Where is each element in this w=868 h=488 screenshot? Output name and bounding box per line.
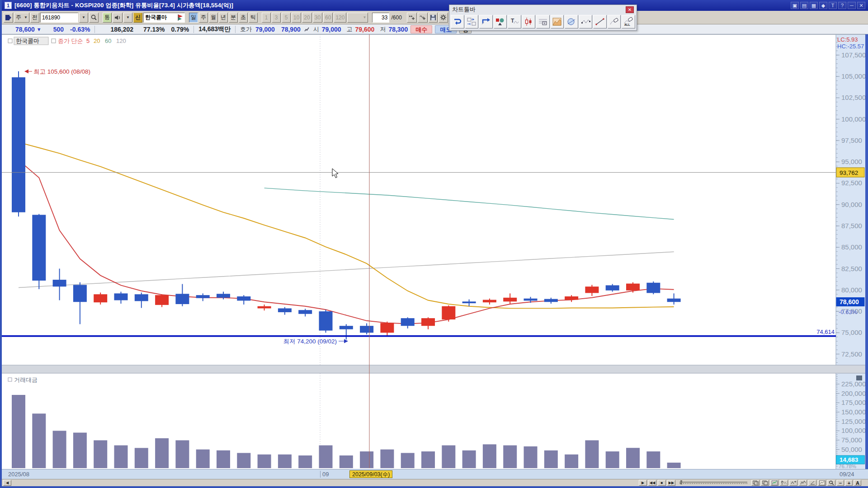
wave-tool-icon[interactable]	[799, 480, 807, 486]
speed-slider[interactable]	[679, 480, 747, 486]
eraser-icon[interactable]	[608, 15, 621, 28]
text-icon[interactable]: T	[829, 2, 837, 9]
minimize-button[interactable]: ─	[848, 2, 856, 9]
candle-body[interactable]	[360, 326, 373, 333]
period-30-button[interactable]: 30	[313, 13, 322, 23]
help-icon[interactable]: ?	[838, 2, 846, 9]
volume-bar[interactable]	[196, 450, 210, 468]
close-button[interactable]: ✕	[857, 2, 865, 9]
candle-body[interactable]	[258, 306, 271, 309]
timeframe-second-button[interactable]: 초	[239, 13, 248, 23]
volume-bar[interactable]	[565, 455, 578, 468]
period-1-button[interactable]: 1	[262, 13, 271, 23]
period-10-button[interactable]: 10	[292, 13, 301, 23]
candle-body[interactable]	[73, 285, 87, 302]
code-input[interactable]	[42, 14, 76, 21]
chart-area[interactable]: 72,50075,00077,50080,00082,50085,00087,5…	[2, 34, 868, 469]
candle-body[interactable]	[155, 295, 169, 305]
angle-tool-icon[interactable]	[808, 480, 816, 486]
volume-bar[interactable]	[544, 450, 558, 468]
eraser-all-icon[interactable]: ALL	[622, 15, 635, 28]
gear-icon[interactable]	[439, 13, 448, 23]
period-3-button[interactable]: 3	[272, 13, 281, 23]
volume-bar[interactable]	[155, 438, 169, 468]
play-button[interactable]: ▶	[639, 480, 647, 486]
volume-bar[interactable]	[258, 455, 271, 468]
volume-bar[interactable]	[53, 431, 66, 468]
volume-bar[interactable]	[626, 448, 640, 468]
volume-bar[interactable]	[380, 450, 394, 468]
candle-body[interactable]	[606, 285, 619, 290]
candle-body[interactable]	[646, 283, 660, 293]
price-volume-chart[interactable]: 72,50075,00077,50080,00082,50085,00087,5…	[2, 34, 868, 469]
candle-body[interactable]	[12, 77, 25, 212]
timeframe-minute-button[interactable]: 분	[229, 13, 238, 23]
candle-body[interactable]	[114, 293, 128, 300]
list-icon[interactable]: ▤	[800, 2, 808, 9]
custom-period-combo[interactable]: ▼	[347, 13, 368, 23]
volume-bar[interactable]	[606, 451, 619, 468]
volume-bar[interactable]	[319, 446, 333, 468]
auto-scale-button[interactable]: A	[854, 480, 861, 486]
timeframe-tick-button[interactable]: 틱	[249, 13, 258, 23]
candle-body[interactable]	[380, 323, 394, 333]
box-chart-icon[interactable]	[536, 15, 550, 28]
trendline-icon[interactable]	[579, 15, 593, 28]
forward-button[interactable]: ▶▶	[667, 480, 675, 486]
scroll-left-button[interactable]: ◀	[3, 480, 11, 486]
candle-tool-icon[interactable]	[522, 15, 536, 28]
chart-toolbar-titlebar[interactable]: 차트툴바 ✕	[449, 5, 637, 14]
volume-bar[interactable]	[360, 451, 373, 468]
volume-bar[interactable]	[503, 446, 517, 468]
volume-pane-icon[interactable]	[856, 375, 862, 380]
chart-toggle-icon[interactable]	[4, 13, 13, 23]
volume-bar[interactable]	[217, 450, 230, 468]
circle-chart-icon[interactable]	[565, 15, 578, 28]
indicator-add-icon[interactable]	[418, 13, 428, 23]
panel-icon[interactable]: ▣	[791, 2, 799, 9]
corner-arrow-icon[interactable]	[479, 15, 493, 28]
candle-body[interactable]	[401, 318, 415, 326]
candle-body[interactable]	[503, 298, 517, 302]
candle-body[interactable]	[340, 326, 353, 329]
timeframe-year-button[interactable]: 년	[219, 13, 228, 23]
candle-count-field[interactable]	[372, 13, 389, 23]
volume-bar[interactable]	[421, 451, 435, 468]
volume-bar[interactable]	[73, 432, 87, 468]
candle-body[interactable]	[175, 294, 189, 304]
pane-splitter[interactable]	[2, 365, 865, 373]
volume-bar[interactable]	[667, 463, 681, 468]
minichart-icon[interactable]	[770, 480, 778, 486]
candle-body[interactable]	[585, 286, 599, 293]
candle-body[interactable]	[524, 299, 538, 301]
tong-button[interactable]: 통	[103, 13, 112, 23]
ma-legend-checkbox[interactable]	[52, 39, 56, 43]
volume-bar[interactable]	[237, 453, 250, 468]
chart-toolbar-panel[interactable]: 차트툴바 ✕ T ALL	[449, 5, 637, 31]
timeframe-month-button[interactable]: 월	[209, 13, 218, 23]
save-icon[interactable]	[429, 13, 438, 23]
candle-count-input[interactable]	[374, 14, 387, 21]
volume-bar[interactable]	[175, 440, 189, 468]
search-icon[interactable]	[89, 13, 99, 23]
timeframe-week-button[interactable]: 주	[199, 13, 208, 23]
volume-bar[interactable]	[298, 455, 312, 468]
buy-button[interactable]: 매수	[410, 25, 432, 33]
speaker-icon[interactable]	[113, 13, 123, 23]
volume-bar[interactable]	[585, 440, 599, 468]
dots-add-icon[interactable]	[407, 13, 417, 23]
period-60-button[interactable]: 60	[323, 13, 333, 23]
zoom-in-button[interactable]: +	[845, 480, 853, 486]
volume-bar[interactable]	[12, 395, 25, 468]
code-dropdown-button[interactable]: ▼	[79, 13, 88, 23]
candle-body[interactable]	[626, 284, 640, 291]
candle-body[interactable]	[442, 306, 455, 319]
diamond-icon[interactable]: ◆	[819, 2, 827, 9]
arrange-window-icon[interactable]	[761, 480, 769, 486]
volume-bar[interactable]	[401, 453, 415, 468]
candle-body[interactable]	[483, 300, 496, 303]
grid-icon[interactable]: ▦	[810, 2, 818, 9]
volume-bar[interactable]	[32, 413, 46, 468]
volume-bar[interactable]	[646, 451, 660, 468]
candle-body[interactable]	[196, 295, 210, 298]
